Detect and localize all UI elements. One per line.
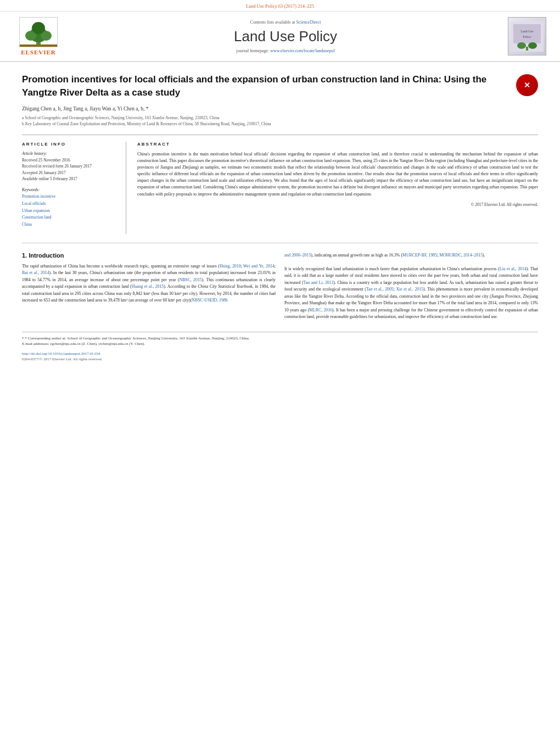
ref-2000-2015[interactable]: and 2000–2015 xyxy=(284,253,311,258)
article-container: ✕ Promotion incentives for local officia… xyxy=(0,62,560,372)
article-history: Article history: Received 25 November 20… xyxy=(22,151,117,182)
elsevier-label: ELSEVIER xyxy=(21,49,56,55)
homepage-label: journal homepage: xyxy=(237,48,270,53)
crossmark-icon: ✕ xyxy=(516,74,538,96)
footnote-email: E-mail addresses: zgchen@nju.edu.cn (Z. … xyxy=(22,341,538,347)
svg-point-4 xyxy=(32,22,45,34)
svg-rect-7 xyxy=(513,24,541,43)
elsevier-tree-image xyxy=(19,17,58,47)
authors-text: Zhigang Chen a, b, Jing Tang a, Jiayu Wa… xyxy=(22,106,149,111)
affiliations: a School of Geographic and Oceanographic… xyxy=(22,115,538,127)
keyword-4: Construction land xyxy=(22,214,117,221)
journal-header: ELSEVIER Contents lists available at Sci… xyxy=(0,12,560,62)
ref-bai2014[interactable]: Bai et al., 2014 xyxy=(22,270,49,275)
abstract-copyright: © 2017 Elsevier Ltd. All rights reserved… xyxy=(137,202,538,207)
journal-header-center: Contents lists available at ScienceDirec… xyxy=(66,20,505,53)
svg-point-10 xyxy=(517,42,526,49)
keywords-section: Keywords: Promotion incentive Local offi… xyxy=(22,187,117,228)
accepted-date: Accepted 26 January 2017 xyxy=(22,170,117,176)
abstract-section: Abstract China's promotion incentive is … xyxy=(137,142,538,234)
body-left-col: 1. Introduction The rapid urbanization o… xyxy=(22,252,276,321)
footer-copyright: 0264-8377/© 2017 Elsevier Ltd. All right… xyxy=(22,357,538,361)
keyword-2: Local officials xyxy=(22,200,117,208)
affiliation-b: b Key Laboratory of Coastal Zone Exploit… xyxy=(22,121,538,127)
received-date: Received 25 November 2016 xyxy=(22,157,117,163)
available-date: Available online 5 February 2017 xyxy=(22,176,117,182)
svg-rect-5 xyxy=(20,44,57,47)
keywords-label: Keywords: xyxy=(22,187,117,192)
journal-reference: Land Use Policy 63 (2017) 214–225 xyxy=(0,0,560,12)
abstract-text: China's promotion incentive is the main … xyxy=(137,151,538,198)
revised-date: Received in revised form 26 January 2017 xyxy=(22,163,117,169)
journal-ref-text: Land Use Policy 63 (2017) 214–225 xyxy=(246,3,314,9)
footnote-corresponding: * * Corresponding author at: School of G… xyxy=(22,336,538,342)
journal-title: Land Use Policy xyxy=(66,28,505,45)
body-right-text: and 2000–2015), indicating an annual gro… xyxy=(284,252,538,321)
ref-huang2015[interactable]: Huang et al., 2015 xyxy=(132,284,164,289)
svg-point-11 xyxy=(528,42,537,49)
authors: Zhigang Chen a, b, Jing Tang a, Jiayu Wa… xyxy=(22,106,538,111)
journal-homepage: journal homepage: www.elsevier.com/locat… xyxy=(66,48,505,53)
doi-text[interactable]: http://dx.doi.org/10.1016/j.landusepol.2… xyxy=(22,352,538,356)
journal-logo-image: Land Use Policy xyxy=(508,17,546,55)
section-divider xyxy=(22,243,538,243)
elsevier-logo: ELSEVIER xyxy=(11,17,66,55)
ref-murcep[interactable]: MURCEP-BF, 1985 xyxy=(402,253,437,258)
svg-text:Policy: Policy xyxy=(523,35,531,38)
ref-xie2015[interactable]: Xie et al., 2015 xyxy=(396,287,423,292)
homepage-url[interactable]: www.elsevier.com/locate/landusepol xyxy=(270,48,334,53)
abstract-heading: Abstract xyxy=(137,142,538,147)
ref-nbsc-useid[interactable]: NBSC-USEID, 1986 xyxy=(192,298,227,303)
article-info-abstract: Article Info Article history: Received 2… xyxy=(22,135,538,234)
keyword-5: China xyxy=(22,221,117,228)
ref-liu2014[interactable]: Liu et al., 2014 xyxy=(500,266,527,271)
ref-tan2005[interactable]: Tan et al., 2005 xyxy=(366,287,394,292)
crossmark: ✕ xyxy=(516,74,538,96)
ref-nbsc2015[interactable]: NBSC, 2015 xyxy=(180,277,202,282)
affiliation-a: a School of Geographic and Oceanographic… xyxy=(22,115,538,121)
article-info-heading: Article Info xyxy=(22,142,117,147)
keyword-3: Urban expansion xyxy=(22,208,117,215)
doi-section: http://dx.doi.org/10.1016/j.landusepol.2… xyxy=(22,352,538,361)
ref-mohurdc[interactable]: MOHURDC, 2014–2015 xyxy=(439,253,483,258)
keyword-1: Promotion incentive xyxy=(22,193,117,200)
body-two-col: 1. Introduction The rapid urbanization o… xyxy=(22,252,538,321)
footnote-email-text: E-mail addresses: zgchen@nju.edu.cn (Z. … xyxy=(22,342,145,346)
ref-wei2014[interactable]: Wei and Ye, 2014 xyxy=(243,264,275,269)
svg-rect-12 xyxy=(526,47,528,51)
svg-text:Land Use: Land Use xyxy=(520,30,533,33)
ref-hsing2010[interactable]: Hsing, 2010 xyxy=(220,264,241,269)
body-left-text: The rapid urbanization of China has beco… xyxy=(22,263,276,304)
ref-mlrc2016[interactable]: MLRC, 2016 xyxy=(309,308,332,313)
footnote-star-text: * Corresponding author at: School of Geo… xyxy=(25,336,249,341)
sciencedirect-anchor[interactable]: ScienceDirect xyxy=(296,20,321,25)
footnote-section: * * Corresponding author at: School of G… xyxy=(22,332,538,361)
section1-heading: 1. Introduction xyxy=(22,252,276,259)
and-text: and xyxy=(302,300,308,305)
sciencedirect-link[interactable]: Contents lists available at ScienceDirec… xyxy=(66,20,505,25)
keywords-list: Promotion incentive Local officials Urba… xyxy=(22,193,117,228)
article-title: Promotion incentives for local officials… xyxy=(22,73,538,99)
history-label: Article history: xyxy=(22,151,117,156)
body-right-col: and 2000–2015), indicating an annual gro… xyxy=(284,252,538,321)
article-info-panel: Article Info Article history: Received 2… xyxy=(22,142,126,234)
title-section: ✕ Promotion incentives for local officia… xyxy=(22,73,538,99)
ref-tan2013[interactable]: Tan and Li, 2013 xyxy=(304,280,334,285)
journal-logo-box: Land Use Policy xyxy=(505,17,549,55)
sciencedirect-prefix: Contents lists available at xyxy=(250,20,295,25)
